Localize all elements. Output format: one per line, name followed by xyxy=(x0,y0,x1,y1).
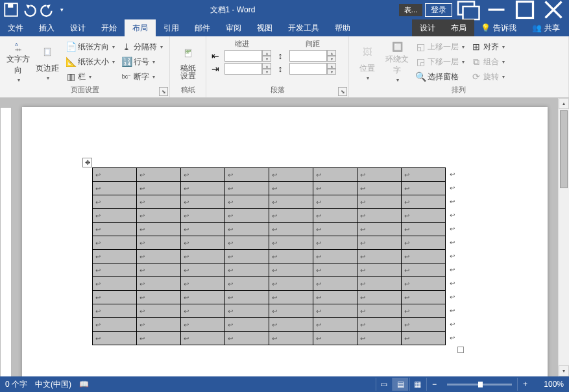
table-cell[interactable]: ↩ xyxy=(225,236,269,250)
table-cell[interactable]: ↩ xyxy=(225,332,269,345)
tab-file[interactable]: 文件 xyxy=(0,19,31,36)
table-cell[interactable]: ↩ xyxy=(357,250,402,263)
table-cell[interactable]: ↩ xyxy=(225,209,269,223)
table-cell[interactable]: ↩ xyxy=(269,182,313,195)
table-cell[interactable]: ↩ xyxy=(93,291,137,304)
table-cell[interactable]: ↩ xyxy=(402,182,446,195)
table-cell[interactable]: ↩ xyxy=(313,182,357,195)
table-cell[interactable]: ↩ xyxy=(313,195,357,209)
space-after-input[interactable]: ▴▾ xyxy=(289,63,336,75)
table-move-handle[interactable]: ✥ xyxy=(82,158,92,167)
table-cell[interactable]: ↩ xyxy=(137,168,181,182)
table-cell[interactable]: ↩ xyxy=(225,182,269,195)
table-cell[interactable]: ↩ xyxy=(402,304,446,318)
scroll-thumb[interactable] xyxy=(560,110,568,188)
tab-design[interactable]: 设计 xyxy=(62,19,93,36)
selection-pane-button[interactable]: 🔍选择窗格 xyxy=(413,69,467,84)
table-cell[interactable]: ↩ xyxy=(357,223,402,236)
manuscript-button[interactable]: 稿纸 设置 xyxy=(174,39,202,84)
table-cell[interactable]: ↩ xyxy=(357,291,402,304)
table-cell[interactable]: ↩ xyxy=(402,263,446,277)
pagesetup-launcher[interactable]: ⬊ xyxy=(159,87,168,96)
indent-left-input[interactable]: ▴▾ xyxy=(224,50,271,62)
table-cell[interactable]: ↩ xyxy=(357,195,402,209)
table-cell[interactable]: ↩ xyxy=(181,182,225,195)
bring-forward-button[interactable]: ◱上移一层▾ xyxy=(413,40,467,54)
table-cell[interactable]: ↩ xyxy=(402,209,446,223)
tab-start[interactable]: 开始 xyxy=(93,19,125,36)
table[interactable]: ↩↩↩↩↩↩↩↩↩↩↩↩↩↩↩↩↩↩↩↩↩↩↩↩↩↩↩↩↩↩↩↩↩↩↩↩↩↩↩↩… xyxy=(92,167,446,345)
table-cell[interactable]: ↩ xyxy=(137,318,181,332)
table-cell[interactable]: ↩ xyxy=(93,223,137,236)
table-cell[interactable]: ↩ xyxy=(93,195,137,209)
tab-developer[interactable]: 开发工具 xyxy=(280,19,327,36)
table-cell[interactable]: ↩ xyxy=(93,182,137,195)
table-cell[interactable]: ↩ xyxy=(313,291,357,304)
zoom-level[interactable]: 100% xyxy=(534,380,564,389)
table-cell[interactable]: ↩ xyxy=(181,318,225,332)
table-cell[interactable]: ↩ xyxy=(269,168,313,182)
table-cell[interactable]: ↩ xyxy=(402,277,446,291)
table-cell[interactable]: ↩ xyxy=(402,250,446,263)
tab-review[interactable]: 审阅 xyxy=(218,19,249,36)
table-resize-handle[interactable] xyxy=(457,347,464,353)
page[interactable]: ✥ ↩↩↩↩↩↩↩↩↩↩↩↩↩↩↩↩↩↩↩↩↩↩↩↩↩↩↩↩↩↩↩↩↩↩↩↩↩↩… xyxy=(22,107,548,376)
table-cell[interactable]: ↩ xyxy=(313,318,357,332)
table-cell[interactable]: ↩ xyxy=(269,263,313,277)
table-cell[interactable]: ↩ xyxy=(402,168,446,182)
paragraph-launcher[interactable]: ⬊ xyxy=(338,87,347,96)
table-cell[interactable]: ↩ xyxy=(225,263,269,277)
table-cell[interactable]: ↩ xyxy=(357,168,402,182)
table-cell[interactable]: ↩ xyxy=(357,263,402,277)
size-button[interactable]: 📐纸张大小▾ xyxy=(63,55,117,69)
table-cell[interactable]: ↩ xyxy=(269,209,313,223)
space-before-input[interactable]: ▴▾ xyxy=(289,50,336,62)
orientation-button[interactable]: 📄纸张方向▾ xyxy=(63,40,117,54)
hyphenation-button[interactable]: bc⁻断字▾ xyxy=(119,69,165,84)
indent-right-input[interactable]: ▴▾ xyxy=(224,63,271,75)
table-cell[interactable]: ↩ xyxy=(357,277,402,291)
proofing-icon[interactable]: 📖 xyxy=(79,380,89,389)
table-cell[interactable]: ↩ xyxy=(357,318,402,332)
language[interactable]: 中文(中国) xyxy=(35,379,71,390)
zoom-slider[interactable] xyxy=(447,384,512,386)
table-cell[interactable]: ↩ xyxy=(313,209,357,223)
line-numbers-button[interactable]: 🔢行号▾ xyxy=(119,55,165,69)
table-cell[interactable]: ↩ xyxy=(93,168,137,182)
tab-table-layout[interactable]: 布局 xyxy=(443,19,474,36)
undo-button[interactable] xyxy=(21,2,38,18)
table-cell[interactable]: ↩ xyxy=(313,250,357,263)
table-cell[interactable]: ↩ xyxy=(269,236,313,250)
table-cell[interactable]: ↩ xyxy=(181,291,225,304)
view-print-button[interactable]: ▤ xyxy=(393,378,408,391)
tab-references[interactable]: 引用 xyxy=(156,19,187,36)
maximize-button[interactable] xyxy=(512,0,538,19)
tab-view[interactable]: 视图 xyxy=(249,19,280,36)
word-count[interactable]: 0 个字 xyxy=(5,379,27,390)
table-cell[interactable]: ↩ xyxy=(269,195,313,209)
table-cell[interactable]: ↩ xyxy=(269,332,313,345)
tab-table-design[interactable]: 设计 xyxy=(412,19,443,36)
table-cell[interactable]: ↩ xyxy=(93,318,137,332)
table-cell[interactable]: ↩ xyxy=(313,277,357,291)
tellme[interactable]: 💡告诉我 xyxy=(474,19,523,36)
table-cell[interactable]: ↩ xyxy=(357,304,402,318)
table-cell[interactable]: ↩ xyxy=(137,250,181,263)
table-cell[interactable]: ↩ xyxy=(93,236,137,250)
table-cell[interactable]: ↩ xyxy=(357,182,402,195)
vertical-ruler[interactable] xyxy=(0,107,12,376)
group-button[interactable]: ⧉组合▾ xyxy=(468,55,507,69)
table-cell[interactable]: ↩ xyxy=(402,332,446,345)
table-cell[interactable]: ↩ xyxy=(313,332,357,345)
table-cell[interactable]: ↩ xyxy=(269,291,313,304)
table-cell[interactable]: ↩ xyxy=(313,304,357,318)
table-cell[interactable]: ↩ xyxy=(93,277,137,291)
table-cell[interactable]: ↩ xyxy=(137,304,181,318)
send-backward-button[interactable]: ◲下移一层▾ xyxy=(413,55,467,69)
table-cell[interactable]: ↩ xyxy=(225,223,269,236)
table-cell[interactable]: ↩ xyxy=(137,195,181,209)
table-cell[interactable]: ↩ xyxy=(225,277,269,291)
table-cell[interactable]: ↩ xyxy=(93,263,137,277)
table-cell[interactable]: ↩ xyxy=(181,223,225,236)
table-cell[interactable]: ↩ xyxy=(402,223,446,236)
